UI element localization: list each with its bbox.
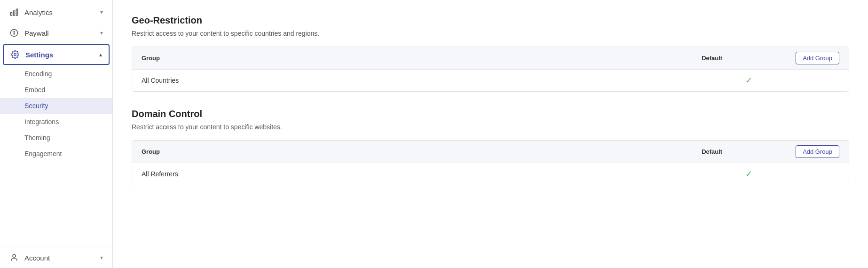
geo-group-col-header: Group xyxy=(142,55,702,62)
analytics-icon xyxy=(9,8,19,17)
account-icon xyxy=(9,253,19,262)
sidebar-settings-label: Settings xyxy=(25,51,53,59)
svg-rect-0 xyxy=(16,9,18,16)
geo-row-group: All Countries xyxy=(142,77,745,84)
domain-row-group: All Referrers xyxy=(142,170,745,178)
table-row: All Referrers ✓ xyxy=(132,163,849,185)
table-row: All Countries ✓ xyxy=(132,70,849,91)
account-chevron-icon: ▾ xyxy=(100,254,103,261)
domain-default-col-header: Default xyxy=(702,148,796,155)
geo-restriction-section: Geo-Restriction Restrict access to your … xyxy=(132,15,849,92)
domain-control-description: Restrict access to your content to speci… xyxy=(132,123,849,131)
svg-point-7 xyxy=(14,54,16,56)
main-content: Geo-Restriction Restrict access to your … xyxy=(113,0,868,268)
sidebar-item-security[interactable]: Security xyxy=(0,98,112,114)
paywall-chevron-icon: ▾ xyxy=(100,30,103,36)
geo-restriction-table-header: Group Default Add Group xyxy=(132,47,849,70)
domain-control-table: Group Default Add Group All Referrers ✓ xyxy=(132,140,849,185)
domain-group-col-header: Group xyxy=(142,148,702,155)
geo-default-col-header: Default xyxy=(702,55,796,62)
sidebar-item-paywall[interactable]: Paywall ▾ xyxy=(0,23,112,43)
sidebar-item-account[interactable]: Account ▾ xyxy=(0,247,112,268)
settings-icon xyxy=(10,50,20,59)
geo-restriction-table: Group Default Add Group All Countries ✓ xyxy=(132,47,849,92)
domain-add-group-button[interactable]: Add Group xyxy=(796,145,839,158)
svg-rect-2 xyxy=(11,13,12,16)
svg-rect-1 xyxy=(14,11,15,16)
sidebar-item-integrations[interactable]: Integrations xyxy=(0,114,112,130)
domain-control-section: Domain Control Restrict access to your c… xyxy=(132,109,849,185)
paywall-icon xyxy=(9,28,19,38)
sidebar-paywall-label: Paywall xyxy=(24,29,49,37)
check-icon: ✓ xyxy=(745,169,752,179)
check-icon: ✓ xyxy=(745,76,752,85)
geo-add-group-button[interactable]: Add Group xyxy=(796,52,839,64)
analytics-chevron-icon: ▾ xyxy=(100,9,103,16)
sidebar-item-engagement[interactable]: Engagement xyxy=(0,146,112,162)
domain-row-default: ✓ xyxy=(745,169,839,179)
sidebar: Analytics ▾ Paywall ▾ Settings ▴ Encodin… xyxy=(0,0,113,268)
sidebar-item-settings[interactable]: Settings ▴ xyxy=(3,44,110,65)
sidebar-item-theming[interactable]: Theming xyxy=(0,130,112,146)
settings-chevron-icon: ▴ xyxy=(99,51,102,58)
sidebar-analytics-label: Analytics xyxy=(24,8,53,16)
geo-restriction-title: Geo-Restriction xyxy=(132,15,849,26)
geo-restriction-description: Restrict access to your content to speci… xyxy=(132,30,849,37)
sidebar-item-analytics[interactable]: Analytics ▾ xyxy=(0,2,112,23)
sidebar-item-embed[interactable]: Embed xyxy=(0,82,112,98)
domain-control-title: Domain Control xyxy=(132,109,849,119)
geo-row-default: ✓ xyxy=(745,75,839,86)
domain-control-table-header: Group Default Add Group xyxy=(132,141,849,163)
svg-point-8 xyxy=(13,254,16,257)
account-label: Account xyxy=(24,254,50,262)
sidebar-item-encoding[interactable]: Encoding xyxy=(0,66,112,82)
settings-submenu: Encoding Embed Security Integrations The… xyxy=(0,66,112,162)
sidebar-bottom: Account ▾ xyxy=(0,247,112,268)
